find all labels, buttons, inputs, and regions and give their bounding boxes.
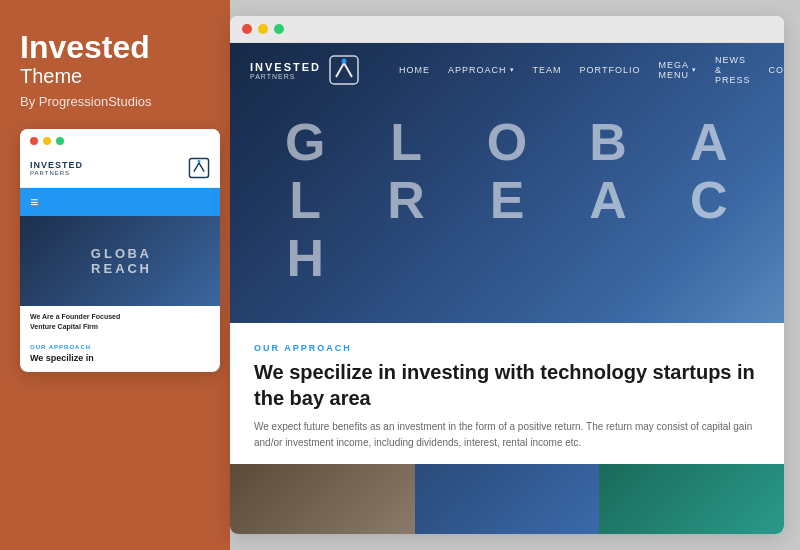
mobile-dot-green [56,137,64,145]
hero-letter-g: G [91,247,101,260]
nav-link-portfolio[interactable]: PORTFOLIO [580,65,641,75]
main-area: INVESTED PARTNERS HOME APPROACH ▾ TEAM [230,0,800,550]
nav-link-mega[interactable]: MEGA MENU ▾ [658,60,697,80]
hero-letter-b: B [127,247,137,260]
thumbnail-3 [599,464,784,534]
mobile-logo: INVESTED PARTNERS [30,160,83,176]
approach-label: OUR APPROACH [254,343,760,353]
mobile-approach-label: OUR APPROACH [20,336,220,352]
hero-big-l: L [359,116,454,168]
mobile-nav-bar[interactable]: ≡ [20,188,220,216]
thumbnail-1 [230,464,415,534]
hero-big-g: G [258,116,353,168]
nav-link-news[interactable]: NEWS & PRESS [715,55,751,85]
nav-link-approach[interactable]: APPROACH ▾ [448,65,515,75]
browser-content: INVESTED PARTNERS HOME APPROACH ▾ TEAM [230,43,784,534]
mobile-preview-card: INVESTED PARTNERS ≡ G L O B A R [20,129,220,372]
desktop-below-hero: OUR APPROACH We specilize in investing w… [230,323,784,534]
hero-big-l2: L [258,174,353,226]
desktop-preview-window: INVESTED PARTNERS HOME APPROACH ▾ TEAM [230,16,784,534]
mobile-logo-icon [188,157,210,179]
desktop-logo-icon [329,55,359,85]
desktop-hero: INVESTED PARTNERS HOME APPROACH ▾ TEAM [230,43,784,323]
hero-big-a: A [661,116,756,168]
hamburger-icon[interactable]: ≡ [30,194,38,210]
mobile-tagline: We Are a Founder Focused Venture Capital… [20,306,220,336]
hero-letter-r: R [91,262,101,275]
svg-point-3 [342,59,347,64]
theme-author: By ProgressionStudios [20,94,210,109]
nav-link-contact[interactable]: CONTACT [768,65,784,75]
hero-big-text: G L O B A L R E A C H [258,116,757,284]
hero-big-r: R [359,174,454,226]
desktop-nav-links: HOME APPROACH ▾ TEAM PORTFOLIO MEGA MENU… [399,55,784,85]
approach-body: We expect future benefits as an investme… [254,419,754,451]
theme-subtitle: Theme [20,65,210,88]
mobile-topbar [20,129,220,149]
desktop-nav: INVESTED PARTNERS HOME APPROACH ▾ TEAM [230,43,784,97]
mobile-header: INVESTED PARTNERS [20,149,220,188]
sidebar: Invested Theme By ProgressionStudios INV… [0,0,230,550]
hero-big-b: B [560,116,655,168]
mobile-hero-letters: G L O B A R E A C H [83,247,158,275]
desktop-approach-section: OUR APPROACH We specilize in investing w… [230,323,784,463]
mobile-hero: G L O B A R E A C H [20,216,220,306]
hero-letter-o: O [115,247,125,260]
thumbnail-2 [415,464,600,534]
hero-letter-l: L [103,247,113,260]
hero-letter-a: A [139,247,149,260]
hero-big-empty [359,232,454,284]
desktop-logo-text-block: INVESTED PARTNERS [250,61,321,80]
hero-letter-a2: A [115,262,125,275]
hero-big-h: H [258,232,353,284]
approach-title: We specilize in investing with technolog… [254,359,760,411]
hero-big-e: E [460,174,555,226]
hero-letter-c: C [127,262,137,275]
desktop-logo: INVESTED PARTNERS [250,55,359,85]
mobile-hero-text: G L O B A R E A C H [83,247,158,275]
theme-title: Invested [20,30,210,65]
hero-letter-e: E [103,262,113,275]
hero-big-c: C [661,174,756,226]
mobile-approach-title: We specilize in [20,352,220,373]
browser-dot-green [274,24,284,34]
desktop-thumbnails [230,464,784,534]
browser-topbar [230,16,784,43]
nav-link-team[interactable]: TEAM [533,65,562,75]
browser-dot-red [242,24,252,34]
hero-letter-h: H [139,262,149,275]
browser-dot-yellow [258,24,268,34]
mobile-dot-red [30,137,38,145]
hero-big-o: O [460,116,555,168]
mobile-dot-yellow [43,137,51,145]
nav-link-home[interactable]: HOME [399,65,430,75]
hero-big-a2: A [560,174,655,226]
svg-point-1 [198,160,201,163]
